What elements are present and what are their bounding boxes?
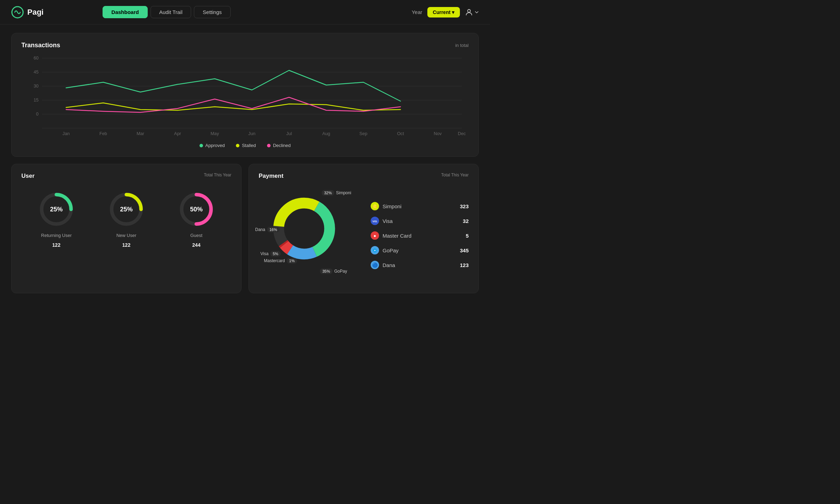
gopay-count: 345	[460, 247, 469, 253]
svg-text:Nov: Nov	[434, 131, 442, 136]
guest-percent: 50%	[190, 206, 203, 213]
donut-label-visa: Visa 5%	[260, 251, 281, 257]
payment-legend: ⭐ Simponi 323 VISA Visa 32 ● Master Card	[371, 202, 469, 269]
year-label: Year	[412, 9, 422, 15]
chart-title: Transactions	[21, 42, 60, 49]
donut-label-simponi: 32% Simponi	[322, 190, 351, 196]
logo-icon	[11, 6, 24, 19]
dana-name: Dana	[383, 262, 456, 268]
new-user-label: New User	[116, 233, 136, 238]
logo: Pagi	[11, 6, 43, 19]
returning-user-value: 122	[52, 242, 60, 248]
legend-dana: 🔵 Dana 123	[371, 261, 469, 269]
svg-text:Jan: Jan	[63, 131, 70, 136]
transactions-card: Transactions in total 60 45 30 15 0 Jan	[11, 33, 479, 157]
chart-subtitle: in total	[455, 43, 469, 48]
header: Pagi Dashboard Audit Trail Settings Year…	[0, 0, 490, 24]
guest-circle-item: 50% Guest 244	[177, 190, 216, 248]
simponi-badge: 32%	[322, 190, 334, 196]
nav-audit-trail[interactable]: Audit Trail	[150, 6, 191, 18]
dana-badge: 16%	[267, 227, 280, 232]
svg-text:Apr: Apr	[174, 131, 181, 136]
guest-value: 244	[192, 242, 200, 248]
header-right: Year Current ▾	[412, 7, 479, 18]
logo-text: Pagi	[27, 8, 43, 17]
legend-stalled: Stalled	[236, 143, 256, 148]
payment-title: Payment	[259, 173, 284, 180]
legend-declined-label: Declined	[273, 143, 291, 148]
gopay-badge: 35%	[320, 268, 332, 274]
legend-simponi: ⭐ Simponi 323	[371, 202, 469, 210]
visa-donut-text: Visa	[260, 251, 268, 256]
simponi-count: 323	[460, 203, 469, 209]
nav-settings[interactable]: Settings	[194, 6, 230, 18]
mastercard-badge: 1%	[287, 258, 297, 264]
chart-header: Transactions in total	[21, 42, 469, 49]
gopay-name: GoPay	[383, 247, 456, 253]
visa-icon: VISA	[371, 217, 379, 225]
svg-text:Jul: Jul	[286, 131, 292, 136]
legend-stalled-label: Stalled	[242, 143, 256, 148]
stalled-dot	[236, 144, 239, 147]
svg-text:60: 60	[34, 55, 38, 61]
new-user-percent: 25%	[120, 206, 133, 213]
line-chart-svg: 60 45 30 15 0 Jan Feb Mar Apr May Jun Ju…	[21, 55, 469, 139]
svg-text:Feb: Feb	[99, 131, 107, 136]
main-content: Transactions in total 60 45 30 15 0 Jan	[0, 24, 490, 302]
gopay-icon: 💠	[371, 246, 379, 254]
new-user-circle-item: 25% New User 122	[107, 190, 146, 248]
new-user-value: 122	[122, 242, 130, 248]
visa-count: 32	[463, 218, 469, 224]
year-selector[interactable]: Current ▾	[427, 7, 460, 18]
simponi-name: Simponi	[383, 203, 456, 209]
donut-chart-wrapper: 32% Simponi 35% GoPay Dana 16%	[259, 187, 364, 285]
svg-text:VISA: VISA	[372, 220, 377, 223]
user-section-header: User Total This Year	[21, 173, 231, 180]
returning-user-circle: 25%	[37, 190, 76, 229]
simponi-icon: ⭐	[371, 202, 379, 210]
user-title: User	[21, 173, 35, 180]
declined-dot	[267, 144, 271, 147]
donut-label-dana: Dana 16%	[255, 227, 280, 232]
donut-label-mastercard: Mastercard 1%	[264, 258, 297, 264]
payment-meta: Total This Year	[441, 173, 469, 177]
svg-text:Sep: Sep	[359, 131, 368, 136]
visa-badge: 5%	[270, 251, 281, 257]
returning-user-circle-item: 25% Returning User 122	[37, 190, 76, 248]
transactions-chart: 60 45 30 15 0 Jan Feb Mar Apr May Jun Ju…	[21, 55, 469, 139]
mastercard-icon: ●	[371, 231, 379, 240]
svg-point-1	[468, 9, 470, 12]
payment-content: 32% Simponi 35% GoPay Dana 16%	[259, 187, 469, 285]
mastercard-count: 5	[466, 233, 469, 239]
bottom-row: User Total This Year 25% Returning User …	[11, 164, 479, 293]
svg-text:15: 15	[34, 97, 38, 103]
payment-section-header: Payment Total This Year	[259, 173, 469, 180]
gopay-text: GoPay	[334, 269, 347, 274]
svg-text:45: 45	[34, 69, 38, 75]
user-card: User Total This Year 25% Returning User …	[11, 164, 241, 293]
legend-declined: Declined	[267, 143, 291, 148]
user-circles: 25% Returning User 122 25% New User	[21, 187, 231, 251]
user-menu-button[interactable]	[465, 8, 479, 16]
dana-icon: 🔵	[371, 261, 379, 269]
legend-approved-label: Approved	[205, 143, 225, 148]
svg-text:Oct: Oct	[397, 131, 404, 136]
svg-text:30: 30	[34, 83, 38, 89]
payment-card: Payment Total This Year	[248, 164, 479, 293]
approved-dot	[200, 144, 203, 147]
user-meta: Total This Year	[204, 173, 232, 177]
legend-approved: Approved	[200, 143, 225, 148]
user-icon	[465, 8, 473, 16]
dana-text: Dana	[255, 227, 265, 232]
legend-mastercard: ● Master Card 5	[371, 231, 469, 240]
nav-dashboard[interactable]: Dashboard	[103, 6, 147, 18]
returning-user-percent: 25%	[50, 206, 63, 213]
svg-text:May: May	[210, 131, 219, 136]
new-user-circle: 25%	[107, 190, 146, 229]
main-nav: Dashboard Audit Trail Settings	[103, 6, 230, 18]
guest-circle: 50%	[177, 190, 216, 229]
donut-label-gopay: 35% GoPay	[320, 268, 347, 274]
chevron-down-icon	[475, 10, 479, 14]
mastercard-donut-text: Mastercard	[264, 258, 285, 263]
svg-text:Jun: Jun	[248, 131, 255, 136]
